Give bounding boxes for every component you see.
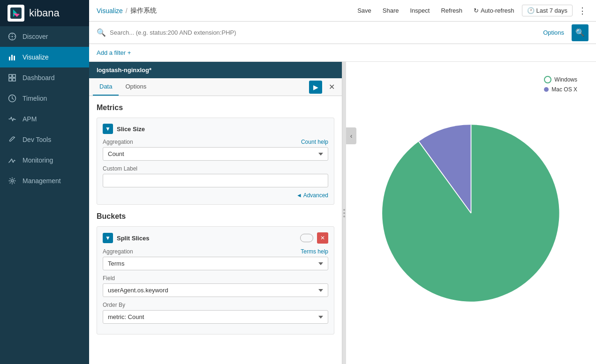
orderby-row: Order By metric: Count metric: Sum metri… (103, 302, 328, 324)
compass-icon (8, 32, 17, 41)
legend-icon-windows (544, 76, 551, 83)
more-options-button[interactable]: ⋮ (576, 6, 588, 16)
time-range-button[interactable]: 🕐 Last 7 days (522, 5, 573, 16)
sidebar-item-visualize-label: Visualize (23, 53, 49, 61)
field-select[interactable]: userAgent.os.keyword userAgent.name.keyw… (103, 283, 328, 297)
panel-header: logstash-nginxlog* (89, 62, 342, 78)
aggregation2-label: Aggregation (103, 248, 133, 255)
save-button[interactable]: Save (354, 5, 375, 16)
share-button[interactable]: Share (379, 5, 403, 16)
split-slices-expand-button[interactable]: ▼ (103, 233, 113, 243)
close-panel-button[interactable]: ✕ (325, 81, 338, 94)
refresh-icon: ↻ (474, 7, 479, 14)
run-button[interactable]: ▶ (309, 81, 322, 94)
sidebar-item-discover-label: Discover (23, 33, 48, 40)
sidebar-item-timelion-label: Timelion (23, 95, 47, 102)
search-submit-button[interactable]: 🔍 (572, 24, 588, 41)
sidebar-item-management-label: Management (23, 177, 61, 185)
workspace: logstash-nginxlog* Data Options ▶ ✕ Metr… (89, 62, 596, 364)
legend-item-windows: Windows (544, 76, 577, 83)
legend-label-macos: Mac OS X (551, 86, 577, 93)
tab-options[interactable]: Options (119, 78, 153, 96)
inspect-button[interactable]: Inspect (407, 5, 434, 16)
collapse-panel-button[interactable]: ‹ (346, 127, 356, 144)
metrics-block: ▼ Slice Size Aggregation Count help Coun… (97, 118, 334, 205)
svg-rect-7 (13, 74, 15, 77)
sidebar-item-visualize[interactable]: Visualize (0, 47, 89, 67)
delete-icon: ✕ (320, 235, 325, 241)
svg-rect-3 (9, 57, 10, 60)
svg-rect-9 (13, 78, 15, 81)
wrench-icon (8, 135, 17, 144)
custom-label-input[interactable] (103, 174, 328, 187)
sidebar-logo: kibana (0, 0, 89, 26)
refresh-button[interactable]: Refresh (437, 5, 466, 16)
search-input[interactable] (110, 29, 536, 36)
add-filter-button[interactable]: Add a filter + (97, 49, 131, 56)
auto-refresh-button[interactable]: ↻ Auto-refresh (470, 5, 518, 16)
field-row: Field userAgent.os.keyword userAgent.nam… (103, 275, 328, 297)
sidebar-item-management[interactable]: Management (0, 171, 89, 191)
time-range-label: Last 7 days (536, 7, 568, 14)
split-slices-toggle[interactable] (300, 234, 313, 242)
app-name: kibana (29, 7, 60, 19)
resizer-dot (343, 215, 345, 217)
aggregation-label-row: Aggregation Count help (103, 139, 328, 145)
sidebar-item-discover[interactable]: Discover (0, 26, 89, 47)
sidebar-item-monitoring[interactable]: Monitoring (0, 150, 89, 171)
aggregation-select[interactable]: Count Sum Average Min Max (103, 147, 328, 161)
searchbar: 🔍 Options 🔍 (89, 22, 596, 44)
chart-legend: Windows Mac OS X (544, 76, 577, 93)
sidebar-item-apm[interactable]: APM (0, 109, 89, 129)
chevron-down-icon: ▼ (105, 126, 111, 132)
terms-select[interactable]: Terms Filters Range Date Range Date Hist… (103, 257, 328, 270)
svg-point-11 (11, 180, 14, 182)
breadcrumb-visualize-link[interactable]: Visualize (97, 7, 123, 15)
custom-label-row: Custom Label (103, 165, 328, 187)
field-label: Field (103, 275, 328, 282)
legend-icon-macos (544, 87, 549, 92)
slice-size-title: Slice Size (117, 126, 145, 133)
chevron-left-icon: ‹ (350, 132, 353, 140)
advanced-link[interactable]: ◄ Advanced (103, 192, 328, 199)
split-slices-header: ▼ Split Slices ✕ (103, 232, 328, 244)
kibana-logo-icon (8, 5, 24, 22)
auto-refresh-label: Auto-refresh (481, 7, 514, 14)
svg-point-2 (12, 36, 13, 37)
sidebar-item-dashboard[interactable]: Dashboard (0, 67, 89, 88)
aggregation2-row: Aggregation Terms help Terms Filters Ran… (103, 248, 328, 270)
sidebar-item-timelion[interactable]: Timelion (0, 88, 89, 109)
tab-data[interactable]: Data (93, 78, 119, 96)
split-slices-title: Split Slices (117, 235, 149, 242)
split-slices-delete-button[interactable]: ✕ (317, 232, 328, 244)
close-icon: ✕ (329, 82, 335, 91)
sidebar-item-dashboard-label: Dashboard (23, 74, 55, 82)
panel-tabs: Data Options ▶ ✕ (89, 78, 342, 96)
heartbeat-icon (8, 114, 17, 124)
clock-icon (8, 94, 17, 103)
main-content: Visualize / 操作系统 Save Share Inspect Refr… (89, 0, 596, 364)
options-button[interactable]: Options (539, 27, 568, 38)
orderby-label: Order By (103, 302, 328, 308)
legend-label-windows: Windows (554, 76, 577, 83)
sidebar-item-devtools-label: Dev Tools (23, 136, 51, 143)
resizer-handle (343, 209, 345, 217)
slice-size-header: ▼ Slice Size (103, 124, 328, 134)
legend-item-macos: Mac OS X (544, 86, 577, 93)
panel-resizer[interactable] (342, 62, 346, 364)
gear-icon (8, 176, 17, 186)
breadcrumb-current-page: 操作系统 (130, 7, 157, 15)
topbar-actions: Save Share Inspect Refresh ↻ Auto-refres… (354, 5, 588, 16)
breadcrumb-separator: / (126, 7, 128, 15)
chart-area: ‹ Windows Mac OS X (346, 62, 596, 364)
terms-help-link[interactable]: Terms help (301, 248, 328, 255)
sidebar-item-devtools[interactable]: Dev Tools (0, 129, 89, 150)
count-help-link[interactable]: Count help (301, 139, 328, 145)
svg-rect-4 (11, 55, 13, 60)
svg-rect-6 (9, 74, 12, 77)
chevron-down-icon-2: ▼ (105, 235, 111, 241)
index-name: logstash-nginxlog* (97, 67, 151, 74)
orderby-select[interactable]: metric: Count metric: Sum metric: Averag… (103, 310, 328, 324)
aggregation2-label-row: Aggregation Terms help (103, 248, 328, 255)
slice-size-expand-button[interactable]: ▼ (103, 124, 113, 134)
